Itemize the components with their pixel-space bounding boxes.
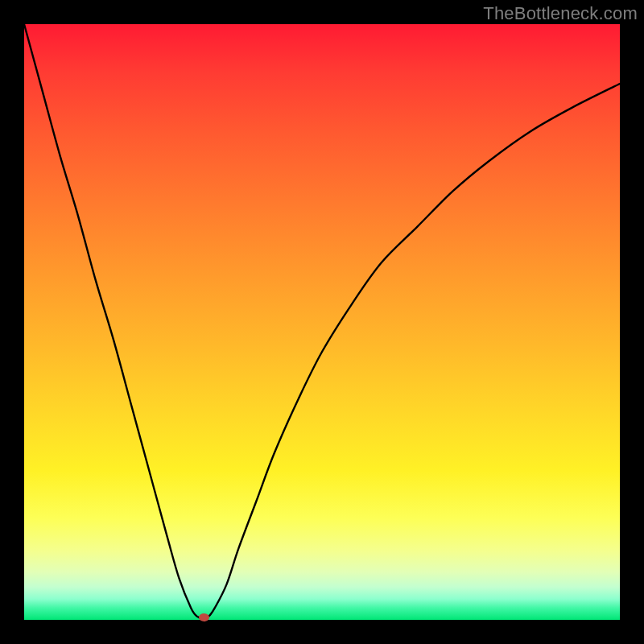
minimum-marker xyxy=(199,613,209,621)
chart-frame: TheBottleneck.com xyxy=(0,0,644,644)
plot-area xyxy=(24,24,620,620)
chart-svg xyxy=(24,24,620,620)
watermark-text: TheBottleneck.com xyxy=(483,3,638,24)
bottleneck-curve xyxy=(24,24,620,618)
